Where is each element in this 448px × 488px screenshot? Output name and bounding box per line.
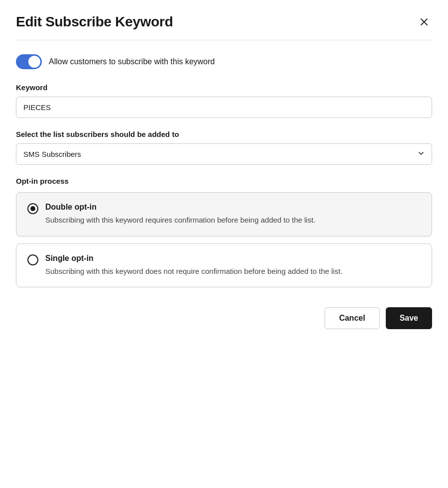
modal-header: Edit Subscribe Keyword [16,14,432,30]
single-opt-in-title: Single opt-in [45,254,421,263]
keyword-input[interactable] [16,97,432,118]
double-opt-in-option[interactable]: Double opt-in Subscribing with this keyw… [16,192,432,237]
modal-title: Edit Subscribe Keyword [16,14,173,30]
list-select[interactable]: SMS Subscribers Email Subscribers All Su… [16,143,432,165]
single-opt-in-radio [27,254,38,265]
modal-footer: Cancel Save [16,307,432,329]
close-button[interactable] [416,14,432,30]
double-opt-in-title: Double opt-in [45,203,421,212]
list-field-group: Select the list subscribers should be ad… [16,130,432,165]
single-opt-in-desc: Subscribing with this keyword does not r… [45,266,421,277]
single-opt-in-option[interactable]: Single opt-in Subscribing with this keyw… [16,244,432,288]
list-label: Select the list subscribers should be ad… [16,130,432,138]
header-divider [16,40,432,40]
keyword-label: Keyword [16,83,432,92]
double-opt-in-content: Double opt-in Subscribing with this keyw… [45,203,421,226]
close-icon [418,16,430,28]
cancel-button[interactable]: Cancel [325,307,379,329]
toggle-row: Allow customers to subscribe with this k… [16,54,432,69]
keyword-field-group: Keyword [16,83,432,118]
double-opt-in-radio [27,203,38,214]
double-opt-in-desc: Subscribing with this keyword requires c… [45,215,421,226]
modal-container: Edit Subscribe Keyword Allow customers t… [0,0,448,345]
save-button[interactable]: Save [386,307,432,329]
subscribe-toggle[interactable] [16,54,42,69]
opt-in-section-label: Opt-in process [16,177,432,185]
toggle-label: Allow customers to subscribe with this k… [49,57,215,66]
opt-in-section: Opt-in process Double opt-in Subscribing… [16,177,432,287]
toggle-slider [16,54,42,69]
list-select-wrapper: SMS Subscribers Email Subscribers All Su… [16,143,432,165]
single-opt-in-content: Single opt-in Subscribing with this keyw… [45,254,421,277]
